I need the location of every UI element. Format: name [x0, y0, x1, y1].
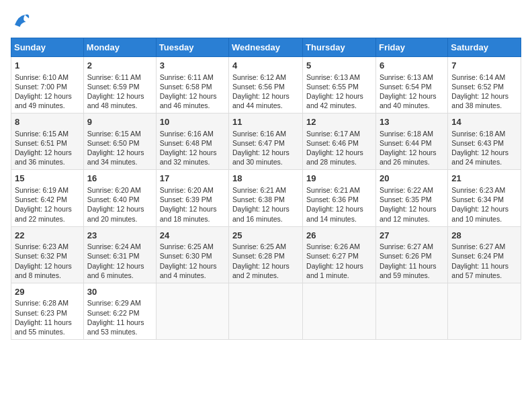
- day-number: 13: [380, 116, 444, 128]
- logo: [11, 11, 34, 31]
- sunset: Sunset: 6:36 PM: [306, 195, 359, 203]
- daylight: Daylight: 12 hours and 30 minutes.: [232, 148, 290, 166]
- daylight: Daylight: 12 hours and 2 minutes.: [232, 262, 290, 279]
- daylight: Daylight: 12 hours and 26 minutes.: [380, 148, 437, 166]
- calendar-row: 15Sunrise: 6:19 AMSunset: 6:42 PMDayligh…: [11, 170, 521, 226]
- day-number: 16: [87, 173, 152, 185]
- weekday-header: Thursday: [303, 38, 376, 57]
- day-number: 19: [306, 173, 372, 185]
- calendar-cell: 7Sunrise: 6:14 AMSunset: 6:52 PMDaylight…: [448, 57, 521, 113]
- calendar-cell: 16Sunrise: 6:20 AMSunset: 6:40 PMDayligh…: [83, 170, 156, 226]
- day-number: 3: [160, 60, 225, 72]
- day-number: 11: [232, 116, 299, 128]
- calendar-cell: 6Sunrise: 6:13 AMSunset: 6:54 PMDaylight…: [375, 57, 447, 113]
- day-number: 22: [15, 230, 80, 242]
- calendar-row: 29Sunrise: 6:28 AMSunset: 6:23 PMDayligh…: [11, 283, 521, 339]
- calendar-cell: 24Sunrise: 6:25 AMSunset: 6:30 PMDayligh…: [156, 226, 228, 283]
- page-header: [11, 11, 521, 31]
- daylight: Daylight: 12 hours and 1 minute.: [306, 262, 363, 279]
- sunset: Sunset: 6:26 PM: [380, 252, 432, 260]
- weekday-header: Wednesday: [229, 38, 303, 57]
- day-number: 24: [160, 230, 225, 242]
- sunset: Sunset: 6:48 PM: [160, 139, 212, 147]
- calendar-cell: [303, 283, 376, 339]
- daylight: Daylight: 11 hours and 57 minutes.: [451, 262, 508, 279]
- daylight: Daylight: 12 hours and 24 minutes.: [451, 148, 508, 166]
- sunrise: Sunrise: 6:20 AM: [87, 186, 141, 194]
- sunset: Sunset: 6:38 PM: [232, 195, 285, 203]
- calendar-cell: 12Sunrise: 6:17 AMSunset: 6:46 PMDayligh…: [303, 113, 376, 170]
- daylight: Daylight: 11 hours and 53 minutes.: [87, 318, 144, 336]
- calendar-cell: 4Sunrise: 6:12 AMSunset: 6:56 PMDaylight…: [229, 57, 303, 113]
- sunrise: Sunrise: 6:15 AM: [15, 130, 69, 138]
- sunrise: Sunrise: 6:16 AM: [232, 130, 286, 138]
- calendar-cell: 23Sunrise: 6:24 AMSunset: 6:31 PMDayligh…: [83, 226, 156, 283]
- day-number: 6: [380, 60, 444, 72]
- sunrise: Sunrise: 6:25 AM: [232, 242, 286, 250]
- sunset: Sunset: 6:24 PM: [451, 252, 504, 260]
- daylight: Daylight: 12 hours and 10 minutes.: [451, 205, 508, 222]
- calendar-row: 1Sunrise: 6:10 AMSunset: 7:00 PMDaylight…: [11, 57, 521, 113]
- day-number: 27: [380, 230, 444, 242]
- sunset: Sunset: 6:22 PM: [87, 309, 140, 317]
- day-number: 10: [160, 116, 225, 128]
- sunrise: Sunrise: 6:27 AM: [380, 242, 433, 250]
- sunrise: Sunrise: 6:11 AM: [87, 73, 141, 81]
- calendar-cell: 22Sunrise: 6:23 AMSunset: 6:32 PMDayligh…: [11, 226, 84, 283]
- calendar-cell: 27Sunrise: 6:27 AMSunset: 6:26 PMDayligh…: [375, 226, 447, 283]
- sunrise: Sunrise: 6:27 AM: [451, 242, 505, 250]
- calendar-row: 22Sunrise: 6:23 AMSunset: 6:32 PMDayligh…: [11, 226, 521, 283]
- daylight: Daylight: 11 hours and 55 minutes.: [15, 318, 72, 336]
- sunset: Sunset: 6:30 PM: [160, 252, 212, 260]
- calendar-row: 8Sunrise: 6:15 AMSunset: 6:51 PMDaylight…: [11, 113, 521, 170]
- daylight: Daylight: 12 hours and 28 minutes.: [306, 148, 363, 166]
- sunset: Sunset: 6:23 PM: [15, 309, 67, 317]
- sunrise: Sunrise: 6:21 AM: [232, 186, 286, 194]
- sunset: Sunset: 6:28 PM: [232, 252, 285, 260]
- sunrise: Sunrise: 6:15 AM: [87, 130, 141, 138]
- sunrise: Sunrise: 6:18 AM: [380, 130, 433, 138]
- calendar-cell: 14Sunrise: 6:18 AMSunset: 6:43 PMDayligh…: [448, 113, 521, 170]
- calendar-body: 1Sunrise: 6:10 AMSunset: 7:00 PMDaylight…: [11, 57, 521, 340]
- daylight: Daylight: 12 hours and 49 minutes.: [15, 92, 72, 109]
- sunrise: Sunrise: 6:22 AM: [380, 186, 433, 194]
- calendar-cell: 25Sunrise: 6:25 AMSunset: 6:28 PMDayligh…: [229, 226, 303, 283]
- sunset: Sunset: 6:31 PM: [87, 252, 140, 260]
- day-number: 23: [87, 230, 152, 242]
- calendar-cell: 5Sunrise: 6:13 AMSunset: 6:55 PMDaylight…: [303, 57, 376, 113]
- sunset: Sunset: 6:43 PM: [451, 139, 504, 147]
- daylight: Daylight: 12 hours and 40 minutes.: [380, 92, 437, 109]
- calendar-cell: 9Sunrise: 6:15 AMSunset: 6:50 PMDaylight…: [83, 113, 156, 170]
- sunrise: Sunrise: 6:20 AM: [160, 186, 214, 194]
- calendar-cell: 18Sunrise: 6:21 AMSunset: 6:38 PMDayligh…: [229, 170, 303, 226]
- calendar-cell: 1Sunrise: 6:10 AMSunset: 7:00 PMDaylight…: [11, 57, 84, 113]
- sunrise: Sunrise: 6:16 AM: [160, 130, 214, 138]
- daylight: Daylight: 12 hours and 6 minutes.: [87, 262, 144, 279]
- sunset: Sunset: 6:32 PM: [15, 252, 67, 260]
- calendar-cell: [156, 283, 228, 339]
- day-number: 25: [232, 230, 299, 242]
- sunrise: Sunrise: 6:21 AM: [306, 186, 360, 194]
- sunset: Sunset: 6:52 PM: [451, 83, 504, 91]
- sunrise: Sunrise: 6:13 AM: [306, 73, 360, 81]
- day-number: 9: [87, 116, 152, 128]
- calendar-cell: [375, 283, 447, 339]
- daylight: Daylight: 12 hours and 36 minutes.: [15, 148, 72, 166]
- sunrise: Sunrise: 6:29 AM: [87, 299, 141, 307]
- daylight: Daylight: 12 hours and 42 minutes.: [306, 92, 363, 109]
- sunset: Sunset: 6:50 PM: [87, 139, 140, 147]
- calendar-cell: 10Sunrise: 6:16 AMSunset: 6:48 PMDayligh…: [156, 113, 228, 170]
- day-number: 12: [306, 116, 372, 128]
- daylight: Daylight: 12 hours and 32 minutes.: [160, 148, 217, 166]
- daylight: Daylight: 12 hours and 8 minutes.: [15, 262, 72, 279]
- sunset: Sunset: 6:40 PM: [87, 195, 140, 203]
- daylight: Daylight: 12 hours and 16 minutes.: [232, 205, 290, 222]
- sunset: Sunset: 6:51 PM: [15, 139, 67, 147]
- sunset: Sunset: 6:46 PM: [306, 139, 359, 147]
- daylight: Daylight: 12 hours and 48 minutes.: [87, 92, 144, 109]
- sunset: Sunset: 6:42 PM: [15, 195, 67, 203]
- weekday-header: Tuesday: [156, 38, 228, 57]
- weekday-row: SundayMondayTuesdayWednesdayThursdayFrid…: [11, 38, 521, 57]
- sunrise: Sunrise: 6:23 AM: [451, 186, 505, 194]
- sunrise: Sunrise: 6:18 AM: [451, 130, 505, 138]
